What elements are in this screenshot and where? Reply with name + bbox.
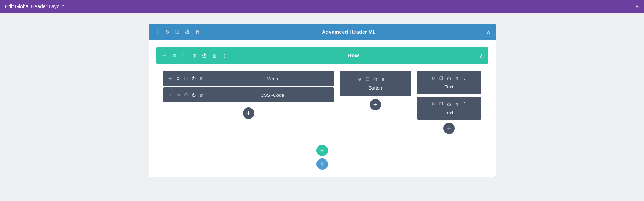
row-chevron-icon[interactable]: ∧ xyxy=(479,52,483,59)
section-title: Advamced Header V1 xyxy=(211,29,486,35)
section-gear-icon[interactable]: ⚙ xyxy=(164,28,171,35)
bottom-adds: + + xyxy=(156,145,488,170)
row-block: ✛ ⚙ ❐ ⊞ ⏻ 🗑 ⋮ Row ∧ xyxy=(156,47,488,141)
button-copy-icon[interactable]: ❐ xyxy=(365,77,370,82)
text2-module[interactable]: ⚙ ❐ ⏻ 🗑 ⋮ Text xyxy=(417,97,481,120)
row-move-icon[interactable]: ✛ xyxy=(161,52,168,59)
menu-module-label: Menu xyxy=(215,76,330,81)
section-body: ✛ ⚙ ❐ ⊞ ⏻ 🗑 ⋮ Row ∧ xyxy=(149,40,496,177)
menu-trash-icon[interactable]: 🗑 xyxy=(199,76,205,81)
add-mid-col-button[interactable]: + xyxy=(370,99,381,110)
text1-module[interactable]: ⚙ ❐ ⏻ 🗑 ⋮ Text xyxy=(417,71,481,94)
row-trash-icon[interactable]: 🗑 xyxy=(211,52,218,59)
button-module[interactable]: ⚙ ❐ ⏻ 🗑 ⋮ Button xyxy=(340,71,411,96)
section-header-icons: ✛ ⚙ ❐ ⏻ 🗑 ⋮ xyxy=(154,28,211,35)
menu-copy-icon[interactable]: ❐ xyxy=(183,76,189,81)
csscode-module[interactable]: ✛ ⚙ ❐ ⏻ 🗑 ⋮ CSS -Code xyxy=(163,87,334,102)
text2-copy-icon[interactable]: ❐ xyxy=(438,101,444,107)
text1-power-icon[interactable]: ⏻ xyxy=(446,76,452,81)
text1-trash-icon[interactable]: 🗑 xyxy=(454,76,460,81)
section-header: ✛ ⚙ ❐ ⏻ 🗑 ⋮ Advamced Header V1 ∧ xyxy=(149,24,496,40)
menu-dots-icon[interactable]: ⋮ xyxy=(207,76,212,81)
text1-module-icons: ⚙ ❐ ⏻ 🗑 ⋮ xyxy=(431,76,468,81)
text2-module-label: Text xyxy=(445,110,453,115)
text1-gear-icon[interactable]: ⚙ xyxy=(431,76,436,81)
row-copy-icon[interactable]: ❐ xyxy=(181,52,188,59)
csscode-move-icon[interactable]: ✛ xyxy=(167,92,173,98)
button-module-icons: ⚙ ❐ ⏻ 🗑 ⋮ xyxy=(357,77,394,82)
csscode-copy-icon[interactable]: ❐ xyxy=(183,92,189,98)
row-header: ✛ ⚙ ❐ ⊞ ⏻ 🗑 ⋮ Row ∧ xyxy=(156,47,488,64)
title-bar: Edit Global Header Layout × xyxy=(0,0,644,13)
section-move-icon[interactable]: ✛ xyxy=(154,28,161,35)
text1-module-label: Text xyxy=(445,84,453,90)
text2-gear-icon[interactable]: ⚙ xyxy=(431,101,436,107)
add-left-col-button[interactable]: + xyxy=(243,107,254,119)
col-mid: ⚙ ❐ ⏻ 🗑 ⋮ Button + xyxy=(340,71,411,110)
outer-container: ✛ ⚙ ❐ ⏻ 🗑 ⋮ Advamced Header V1 ∧ xyxy=(149,24,496,190)
main-area: ✛ ⚙ ❐ ⏻ 🗑 ⋮ Advamced Header V1 ∧ xyxy=(0,13,644,201)
row-body: ✛ ⚙ ❐ ⏻ 🗑 ⋮ Menu xyxy=(156,64,488,141)
menu-move-icon[interactable]: ✛ xyxy=(167,76,173,81)
row-title: Row xyxy=(228,53,479,58)
csscode-module-icons: ✛ ⚙ ❐ ⏻ 🗑 ⋮ xyxy=(167,92,212,98)
button-gear-icon[interactable]: ⚙ xyxy=(357,77,363,82)
menu-gear-icon[interactable]: ⚙ xyxy=(175,76,181,81)
csscode-power-icon[interactable]: ⏻ xyxy=(191,92,197,98)
text2-dots-icon[interactable]: ⋮ xyxy=(462,101,468,107)
csscode-module-label: CSS -Code xyxy=(215,92,330,98)
row-gear-icon[interactable]: ⚙ xyxy=(171,52,178,59)
csscode-gear-icon[interactable]: ⚙ xyxy=(175,92,181,98)
row-header-icons: ✛ ⚙ ❐ ⊞ ⏻ 🗑 ⋮ xyxy=(161,52,228,59)
menu-power-icon[interactable]: ⏻ xyxy=(191,76,197,81)
text1-copy-icon[interactable]: ❐ xyxy=(438,76,444,81)
row-dots-icon[interactable]: ⋮ xyxy=(221,52,228,59)
button-dots-icon[interactable]: ⋮ xyxy=(388,77,394,82)
text2-trash-icon[interactable]: 🗑 xyxy=(454,101,460,107)
text2-module-icons: ⚙ ❐ ⏻ 🗑 ⋮ xyxy=(431,101,468,107)
csscode-trash-icon[interactable]: 🗑 xyxy=(199,92,205,98)
text2-power-icon[interactable]: ⏻ xyxy=(446,101,452,107)
button-trash-icon[interactable]: 🗑 xyxy=(380,77,386,82)
section-chevron-icon[interactable]: ∧ xyxy=(486,29,491,35)
button-module-label: Button xyxy=(369,85,382,91)
section-copy-icon[interactable]: ❐ xyxy=(174,28,181,35)
col-right: ⚙ ❐ ⏻ 🗑 ⋮ Text xyxy=(417,71,481,134)
section-power-icon[interactable]: ⏻ xyxy=(184,28,191,35)
section-trash-icon[interactable]: 🗑 xyxy=(194,28,201,35)
row-grid-icon[interactable]: ⊞ xyxy=(191,52,198,59)
menu-module[interactable]: ✛ ⚙ ❐ ⏻ 🗑 ⋮ Menu xyxy=(163,71,334,86)
add-row-button[interactable]: + xyxy=(316,145,328,156)
text1-dots-icon[interactable]: ⋮ xyxy=(462,76,468,81)
close-button[interactable]: × xyxy=(635,3,639,10)
add-right-col-button[interactable]: + xyxy=(443,123,455,134)
row-power-icon[interactable]: ⏻ xyxy=(201,52,208,59)
csscode-dots-icon[interactable]: ⋮ xyxy=(207,92,212,98)
button-power-icon[interactable]: ⏻ xyxy=(373,77,378,82)
section-dots-icon[interactable]: ⋮ xyxy=(204,28,211,35)
title-bar-text: Edit Global Header Layout xyxy=(5,4,64,9)
section-block: ✛ ⚙ ❐ ⏻ 🗑 ⋮ Advamced Header V1 ∧ xyxy=(149,24,496,177)
add-section-button[interactable]: + xyxy=(316,158,328,170)
menu-module-icons: ✛ ⚙ ❐ ⏻ 🗑 ⋮ xyxy=(167,76,212,81)
col-left: ✛ ⚙ ❐ ⏻ 🗑 ⋮ Menu xyxy=(163,71,334,119)
